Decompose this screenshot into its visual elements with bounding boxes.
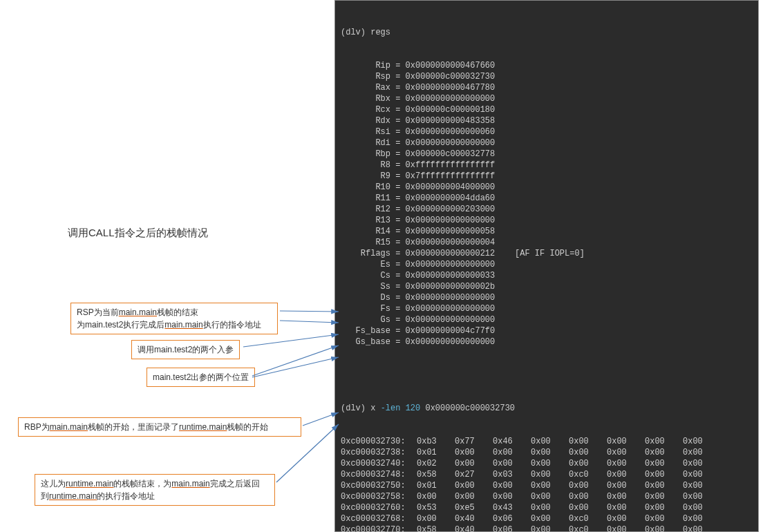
register-line: Fs = 0x0000000000000000 [341, 303, 753, 314]
callout-rbp: RBP为main.main栈帧的开始，里面记录了runtime.main栈帧的开… [18, 417, 301, 437]
register-line: R9 = 0x7fffffffffffffff [341, 171, 753, 182]
register-line: Es = 0x0000000000000000 [341, 259, 753, 270]
memory-row: 0xc000032730:0xb30x770x460x000x000x000x0… [341, 436, 753, 447]
register-line: Cs = 0x0000000000000033 [341, 270, 753, 281]
terminal-output: (dlv) regs Rip = 0x0000000000467660 Rsp … [334, 0, 759, 532]
register-line: Gs = 0x0000000000000000 [341, 314, 753, 325]
svg-line-0 [280, 311, 339, 312]
svg-line-3 [252, 345, 339, 376]
svg-line-4 [252, 357, 339, 377]
memory-row: 0xc000032760:0x530xe50x430x000x000x000x0… [341, 502, 753, 513]
memory-block: 0xc000032730:0xb30x770x460x000x000x000x0… [341, 436, 753, 532]
memory-row: 0xc000032758:0x000x000x000x000x000x000x0… [341, 491, 753, 502]
register-line: Rbp = 0x000000c000032778 [341, 149, 753, 160]
register-line: Rcx = 0x000000c000000180 [341, 104, 753, 115]
register-line: Rflags = 0x0000000000000212 [AF IF IOPL=… [341, 248, 753, 259]
regs-command-line: (dlv) regs [341, 27, 753, 38]
memory-row: 0xc000032750:0x010x000x000x000x000x000x0… [341, 480, 753, 491]
memory-row: 0xc000032738:0x010x000x000x000x000x000x0… [341, 447, 753, 458]
register-line: Rip = 0x0000000000467660 [341, 60, 753, 71]
register-line: R13 = 0x0000000000000000 [341, 215, 753, 226]
callout-rsp: RSP为当前main.main栈帧的结束 为main.test2执行完成后mai… [70, 303, 278, 334]
memory-row: 0xc000032768:0x000x400x060x000xc00x000x0… [341, 513, 753, 524]
svg-line-1 [280, 321, 339, 323]
register-line: R14 = 0x0000000000000058 [341, 226, 753, 237]
register-line: Ds = 0x0000000000000000 [341, 292, 753, 303]
register-line: Rbx = 0x0000000000000000 [341, 93, 753, 104]
register-line: Rax = 0x0000000000467780 [341, 82, 753, 93]
page-title: 调用CALL指令之后的栈帧情况 [68, 227, 208, 240]
register-line: R12 = 0x0000000000203000 [341, 204, 753, 215]
callout-runtime-end: 这儿为runtime.main的栈帧结束，为main.main完成之后返回 到r… [35, 474, 275, 506]
register-line: R10 = 0x0000000004000000 [341, 182, 753, 193]
register-line: Ss = 0x000000000000002b [341, 281, 753, 292]
register-line: Rdi = 0x0000000000000000 [341, 137, 753, 149]
memory-row: 0xc000032748:0x580x270x030x000xc00x000x0… [341, 469, 753, 480]
register-line: Rsp = 0x000000c000032730 [341, 71, 753, 82]
memory-row: 0xc000032740:0x020x000x000x000x000x000x0… [341, 458, 753, 469]
register-line: R8 = 0xffffffffffffffff [341, 160, 753, 171]
svg-line-5 [303, 412, 339, 426]
blank-line [341, 370, 753, 381]
callout-args-in: 调用main.test2的两个入参 [131, 340, 240, 359]
register-line: R11 = 0x00000000004dda60 [341, 193, 753, 204]
registers-block: Rip = 0x0000000000467660 Rsp = 0x000000c… [341, 60, 753, 348]
memory-row: 0xc000032770:0x580x400x060x000xc00x000x0… [341, 524, 753, 532]
register-line: Rdx = 0x0000000000483358 [341, 115, 753, 126]
svg-line-2 [243, 334, 339, 347]
register-line: Fs_base = 0x00000000004c77f0 [341, 325, 753, 336]
mem-command-line: (dlv) x -len 120 0x000000c000032730 [341, 403, 753, 414]
callout-args-out: main.test2出参的两个位置 [147, 368, 255, 387]
register-line: Rsi = 0x0000000000000060 [341, 126, 753, 137]
register-line: R15 = 0x0000000000000004 [341, 237, 753, 248]
register-line: Gs_base = 0x0000000000000000 [341, 336, 753, 348]
